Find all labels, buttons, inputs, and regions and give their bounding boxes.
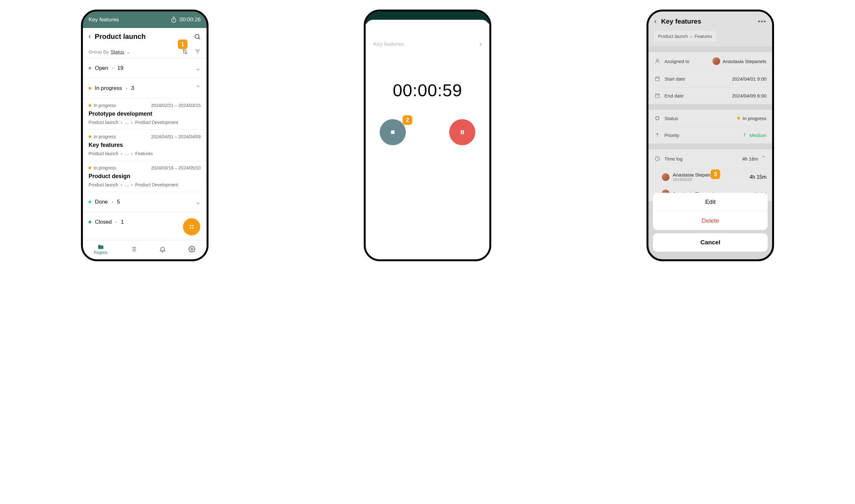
svg-point-0 bbox=[172, 18, 176, 22]
timer-sheet: Key features › 00:00:59 2 bbox=[366, 20, 489, 259]
timer-display: 00:00:59 bbox=[373, 80, 482, 100]
status-dot bbox=[89, 87, 91, 90]
avatar bbox=[713, 57, 720, 65]
priority-row[interactable]: Priority Medium bbox=[648, 127, 772, 144]
detail-header: ‹ Key features ••• bbox=[648, 12, 772, 31]
svg-point-5 bbox=[192, 227, 193, 229]
clock-icon bbox=[654, 156, 661, 162]
svg-rect-7 bbox=[391, 131, 394, 134]
svg-point-10 bbox=[657, 59, 658, 61]
dots-grid-icon bbox=[188, 223, 195, 230]
filter-icon[interactable] bbox=[194, 49, 201, 55]
action-sheet: Edit Delete Cancel bbox=[653, 193, 768, 255]
tab-bar: Projects bbox=[83, 240, 207, 259]
delete-button[interactable]: Delete bbox=[653, 212, 768, 230]
svg-rect-12 bbox=[656, 94, 659, 98]
status-header: Key features 00:00:26 bbox=[83, 12, 207, 28]
svg-point-4 bbox=[190, 227, 191, 229]
svg-point-13 bbox=[656, 116, 659, 120]
bell-icon bbox=[159, 246, 166, 253]
timer-value: 00:00:26 bbox=[179, 17, 200, 23]
callout-2: 2 bbox=[403, 115, 412, 125]
gear-icon bbox=[188, 246, 195, 253]
svg-point-2 bbox=[190, 225, 191, 227]
avatar bbox=[662, 173, 669, 181]
task-selector[interactable]: Key features › bbox=[373, 40, 482, 49]
header-title: Key features bbox=[89, 17, 119, 23]
chevron-down-icon: ⌄ bbox=[195, 64, 201, 72]
folder-icon bbox=[97, 244, 104, 250]
phone-2: Key features › 00:00:59 2 bbox=[364, 10, 491, 261]
task-card[interactable]: In progress2024/03/18 – 2024/05/10 Produ… bbox=[83, 161, 207, 192]
group-inprogress[interactable]: In progress·3 ⌃ bbox=[83, 78, 207, 98]
back-icon[interactable]: ‹ bbox=[89, 33, 91, 41]
breadcrumb: Product launch›...›Product Development bbox=[89, 120, 201, 125]
task-card[interactable]: In progress2024/04/01 – 2024/04/09 Key f… bbox=[83, 129, 207, 161]
svg-point-3 bbox=[192, 225, 193, 227]
breadcrumb: Product launch›...›Features bbox=[89, 151, 201, 156]
page-title: Product launch bbox=[95, 33, 146, 41]
sort-icon[interactable] bbox=[182, 49, 188, 55]
status-row[interactable]: Status In progress bbox=[648, 110, 772, 127]
tab-settings[interactable] bbox=[188, 246, 195, 253]
task-card[interactable]: In progress2024/02/21 – 2024/03/15 Proto… bbox=[83, 98, 207, 129]
breadcrumb[interactable]: Product launch›Features bbox=[654, 31, 716, 41]
pause-button[interactable] bbox=[449, 119, 475, 145]
circle-icon bbox=[654, 115, 661, 121]
back-icon[interactable]: ‹ bbox=[654, 17, 657, 25]
phone-1: Key features 00:00:26 ‹ Product launch 1… bbox=[81, 10, 209, 261]
calendar-icon bbox=[654, 75, 661, 82]
status-dot bbox=[89, 201, 91, 203]
more-icon[interactable]: ••• bbox=[758, 18, 766, 25]
chevron-up-icon: ⌃ bbox=[195, 84, 201, 92]
group-by-value[interactable]: Status bbox=[111, 49, 124, 54]
svg-point-6 bbox=[191, 248, 193, 250]
callout-1: 1 bbox=[178, 39, 188, 49]
edit-button[interactable]: Edit bbox=[653, 193, 768, 212]
list-icon bbox=[130, 246, 137, 253]
group-open[interactable]: Open·19 ⌄ bbox=[83, 58, 207, 78]
stop-button[interactable] bbox=[380, 119, 406, 145]
tab-notifications[interactable] bbox=[159, 246, 166, 253]
start-date-row[interactable]: Start date 2024/04/01 9:00 bbox=[648, 70, 772, 87]
breadcrumb-wrap: Product launch›Features bbox=[648, 31, 772, 47]
stopwatch-icon bbox=[171, 17, 177, 23]
group-done[interactable]: Done·5 ⌄ bbox=[83, 192, 207, 212]
group-by-label: Group By bbox=[89, 49, 109, 54]
chevron-up-icon: ⌃ bbox=[761, 155, 766, 163]
search-icon[interactable] bbox=[194, 33, 201, 40]
time-log-entry[interactable]: Anastasia Stepanets2024/03/20 3 4h 15m bbox=[648, 168, 772, 186]
phone-3: ‹ Key features ••• Product launch›Featur… bbox=[646, 10, 774, 261]
cancel-button[interactable]: Cancel bbox=[653, 233, 768, 252]
calendar-icon bbox=[654, 92, 661, 99]
person-icon bbox=[654, 58, 661, 64]
header-timer[interactable]: 00:00:26 bbox=[171, 17, 200, 23]
tab-list[interactable] bbox=[130, 246, 137, 253]
callout-3: 3 bbox=[711, 169, 720, 179]
pause-icon bbox=[459, 129, 466, 136]
detail-title: Key features bbox=[661, 18, 701, 25]
arrow-up-icon bbox=[654, 132, 661, 138]
svg-point-1 bbox=[195, 34, 199, 39]
breadcrumb: Product launch›...›Product Development bbox=[89, 182, 201, 187]
assigned-row[interactable]: Assigned to Anastasia Stepanets bbox=[648, 52, 772, 70]
chevron-right-icon: › bbox=[479, 40, 482, 49]
svg-rect-8 bbox=[461, 130, 462, 134]
chevron-down-icon: ⌄ bbox=[195, 198, 201, 206]
status-dot bbox=[737, 117, 740, 120]
svg-rect-9 bbox=[463, 130, 464, 134]
stop-icon bbox=[389, 129, 396, 136]
tab-projects[interactable]: Projects bbox=[94, 244, 107, 255]
fab-menu[interactable] bbox=[183, 218, 200, 235]
status-dot bbox=[89, 67, 91, 69]
arrow-up-icon bbox=[743, 133, 747, 137]
timelog-row[interactable]: Time log 4h 16m⌃ bbox=[648, 149, 772, 168]
status-dot bbox=[89, 221, 91, 223]
svg-rect-11 bbox=[656, 77, 659, 81]
end-date-row[interactable]: End date 2024/04/09 6:00 bbox=[648, 87, 772, 104]
